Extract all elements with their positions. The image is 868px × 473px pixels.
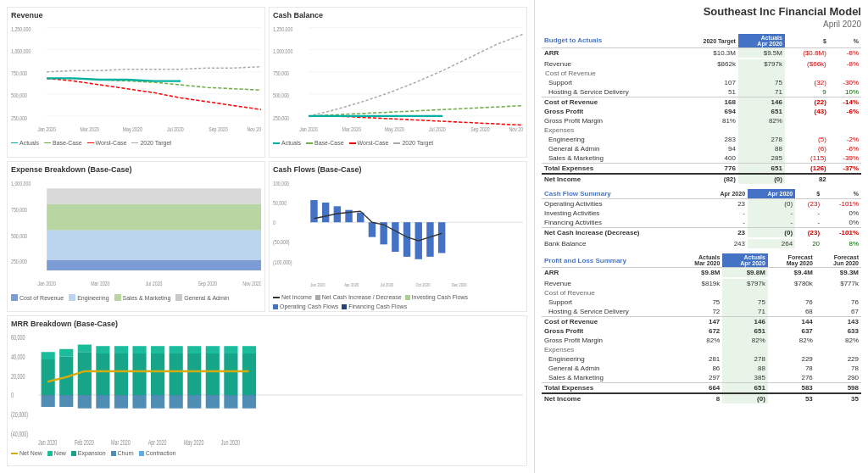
svg-rect-48	[322, 203, 329, 222]
svg-text:May 2020: May 2020	[123, 125, 142, 133]
table-row: Support 107 75 (32) -30%	[542, 78, 861, 87]
svg-text:Nov 2020: Nov 2020	[247, 125, 261, 132]
table-row: Expenses	[542, 125, 861, 135]
pl-header-jun: ForecastJun 2020	[815, 253, 861, 268]
svg-text:(40,000): (40,000)	[11, 430, 28, 439]
cash-balance-chart: Cash Balance 1,250,000 1,000,000 750,000…	[269, 7, 527, 158]
mrr-title: MRR Breakdown (Base-Case)	[11, 320, 523, 328]
table-row: Net Income (82) (0) 82	[542, 174, 861, 184]
table-row: General & Admin 94 88 (6) -6%	[542, 144, 861, 153]
svg-rect-85	[114, 395, 128, 409]
svg-rect-57	[426, 222, 433, 257]
cash-flows-title: Cash Flows (Base-Case)	[273, 165, 523, 174]
svg-text:500,000: 500,000	[273, 92, 289, 98]
svg-rect-54	[392, 222, 398, 252]
svg-text:(50,000): (50,000)	[273, 238, 290, 246]
svg-rect-87	[132, 346, 146, 353]
svg-text:Jan 2020: Jan 2020	[37, 125, 56, 132]
svg-rect-76	[59, 395, 73, 407]
svg-text:250,000: 250,000	[273, 114, 289, 121]
svg-text:Feb 2020: Feb 2020	[75, 438, 94, 448]
table-row: Engineering 281 278 229 229	[542, 354, 861, 364]
svg-text:60,000: 60,000	[11, 333, 25, 342]
expense-breakdown-title: Expense Breakdown (Base-Case)	[11, 165, 261, 174]
svg-text:Mar 2020: Mar 2020	[81, 125, 99, 132]
svg-text:Jan 2020: Jan 2020	[38, 438, 57, 448]
svg-text:Sep 2020: Sep 2020	[198, 280, 218, 287]
svg-rect-47	[310, 200, 317, 222]
svg-text:750,000: 750,000	[11, 70, 27, 76]
svg-text:Nov 2020: Nov 2020	[242, 280, 261, 287]
table-row: Expenses	[542, 345, 861, 354]
svg-text:(100,000): (100,000)	[273, 259, 292, 266]
cf-header-s: $	[795, 189, 822, 199]
budget-header-label: Budget to Actuals	[542, 34, 680, 48]
svg-text:0: 0	[11, 391, 14, 400]
cf-header-col1: Apr 2020	[700, 189, 748, 199]
budget-header-delta-p: %	[829, 34, 861, 48]
svg-text:250,000: 250,000	[11, 258, 27, 264]
table-row: Revenue $862k $797k ($66k) -8%	[542, 59, 861, 69]
table-row: Operating Activities 23 (0) (23) -101%	[542, 199, 861, 209]
svg-text:Jan 2020: Jan 2020	[299, 125, 318, 132]
legend-target: 2020 Target	[131, 140, 171, 146]
svg-text:500,000: 500,000	[11, 92, 27, 98]
report-title: Southeast Inc Financial Model	[542, 5, 861, 18]
table-row: Gross Profit Margin 81% 82%	[542, 116, 861, 125]
cashflows-legend: Net Income Net Cash Increase / Decrease …	[273, 294, 523, 309]
table-row: Cost of Revenue	[542, 69, 861, 78]
svg-text:Dec 2020: Dec 2020	[452, 281, 467, 287]
svg-rect-71	[42, 359, 55, 395]
table-row: Gross Profit 694 651 (43) -6%	[542, 107, 861, 116]
revenue-legend: Actuals Base-Case Worst-Case 2020 Target	[11, 140, 261, 146]
mrr-svg: 60,000 40,000 20,000 0 (20,000) (40,000)	[11, 330, 523, 448]
svg-rect-79	[78, 395, 92, 409]
table-row: Sales & Marketing 400 285 (115) -39%	[542, 153, 861, 164]
svg-text:1,250,000: 1,250,000	[273, 25, 293, 32]
svg-rect-94	[170, 395, 183, 409]
svg-rect-81	[96, 346, 109, 353]
svg-rect-72	[42, 352, 55, 359]
cashflow-summary-table: Cash Flow Summary Apr 2020 Apr 2020 $ % …	[542, 189, 861, 248]
cash-balance-title: Cash Balance	[273, 11, 523, 19]
svg-text:750,000: 750,000	[11, 206, 27, 213]
legend-actuals: Actuals	[11, 140, 39, 146]
pl-header-mar: ActualsMar 2020	[676, 253, 722, 268]
svg-rect-91	[151, 395, 164, 409]
mrr-breakdown-chart: MRR Breakdown (Base-Case) 60,000 40,000 …	[7, 315, 527, 466]
svg-text:May 2020: May 2020	[385, 125, 404, 133]
table-row: ARR $10.3M $9.5M ($0.8M) -8%	[542, 48, 861, 58]
table-row: Hosting & Service Delivery 51 71 9 10%	[542, 87, 861, 97]
pl-header-may: ForecastMay 2020	[768, 253, 815, 268]
svg-rect-83	[114, 353, 128, 395]
table-row: Net Cash Increase (Decrease) 23 (0) (23)…	[542, 228, 861, 238]
svg-text:Jul 2020: Jul 2020	[429, 125, 446, 132]
svg-text:100,000: 100,000	[273, 180, 289, 186]
svg-rect-93	[170, 346, 183, 353]
svg-rect-92	[170, 353, 183, 395]
budget-header-target: 2020 Target	[680, 34, 738, 48]
svg-rect-84	[114, 346, 128, 353]
table-row: Cost of Revenue 168 146 (22) -14%	[542, 97, 861, 108]
revenue-svg: 1,250,000 1,000,000 750,000 500,000 250,…	[11, 21, 261, 138]
svg-rect-100	[206, 395, 220, 409]
table-row: Gross Profit Margin 82% 82% 82% 82%	[542, 336, 861, 345]
svg-text:Sep 2020: Sep 2020	[209, 125, 228, 133]
svg-rect-106	[242, 395, 256, 409]
table-row: Cost of Revenue	[542, 288, 861, 298]
svg-rect-103	[224, 395, 237, 409]
svg-rect-78	[78, 345, 92, 353]
svg-rect-80	[96, 353, 109, 395]
table-row: General & Admin 86 88 78 78	[542, 364, 861, 373]
svg-rect-52	[369, 222, 376, 236]
svg-rect-73	[42, 395, 55, 407]
svg-rect-58	[438, 222, 445, 253]
svg-text:Mar 2020: Mar 2020	[111, 438, 131, 448]
svg-text:50,000: 50,000	[273, 199, 287, 206]
table-row: Cost of Revenue 147 146 144 143	[542, 317, 861, 327]
cash-flows-chart: Cash Flows (Base-Case) 100,000 50,000 0 …	[269, 161, 527, 312]
table-row: ARR $9.8M $9.8M $9.4M $9.3M	[542, 268, 861, 278]
table-row: Total Expenses 664 651 583 598	[542, 383, 861, 394]
svg-text:20,000: 20,000	[11, 371, 25, 381]
table-row: Revenue $819k $797k $780k $777k	[542, 279, 861, 288]
